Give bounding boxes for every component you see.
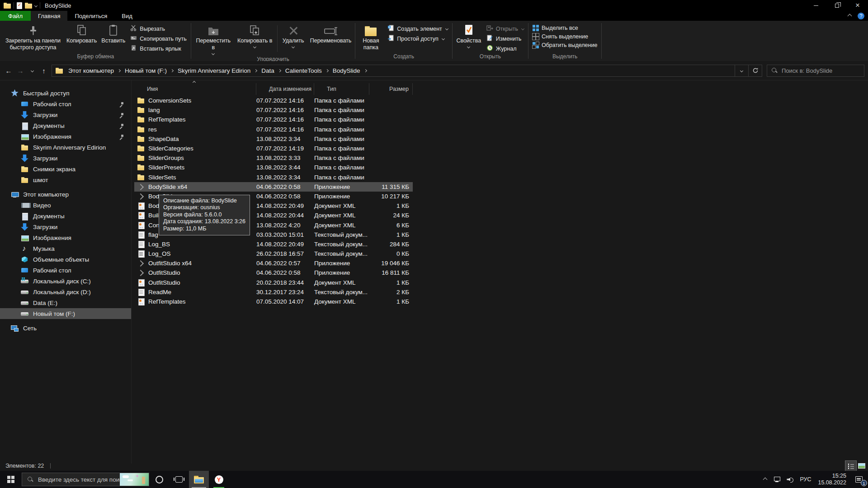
volume-tray-button[interactable] — [783, 471, 797, 488]
chevron-right-icon[interactable] — [254, 69, 257, 72]
file-row[interactable]: RefTemplates 07.07.2022 14:16 Папка с фа… — [134, 115, 413, 124]
new-folder-qat-icon[interactable] — [25, 3, 32, 9]
rename-button[interactable]: Переименовать — [308, 22, 354, 56]
sidebar-item[interactable]: Документы — [0, 120, 131, 131]
file-row[interactable]: lang 07.07.2022 14:16 Папка с файлами — [134, 105, 413, 115]
chevron-right-icon[interactable] — [364, 69, 367, 72]
search-input[interactable]: Поиск в: BodySlide — [767, 65, 864, 77]
cortana-button[interactable] — [149, 471, 169, 488]
yandex-browser-taskbar-button[interactable] — [209, 471, 229, 488]
breadcrumb-segment[interactable]: CalienteTools — [283, 67, 330, 74]
invert-selection-button[interactable]: Обратить выделение — [530, 42, 600, 49]
restore-button[interactable] — [826, 0, 847, 11]
sidebar-item[interactable]: Изображения — [0, 232, 131, 243]
breadcrumb-segment[interactable]: Skyrim Anniversary Edirion — [176, 67, 259, 74]
sidebar-item[interactable]: Документы — [0, 211, 131, 221]
sidebar-item[interactable]: Видео — [0, 200, 131, 211]
file-explorer-taskbar-button[interactable] — [189, 471, 209, 488]
file-row[interactable]: Log_OS 26.02.2018 16:57 Текстовый докум.… — [134, 249, 413, 258]
file-row[interactable]: ShapeData 13.08.2022 3:34 Папка с файлам… — [134, 134, 413, 144]
customize-qat-icon[interactable] — [34, 4, 38, 7]
recent-locations-icon[interactable] — [26, 65, 38, 76]
history-button[interactable]: Журнал — [484, 44, 527, 53]
easy-access-button[interactable]: Простой доступ — [385, 34, 451, 43]
close-button[interactable]: × — [847, 0, 868, 11]
select-none-button[interactable]: Снять выделение — [530, 33, 600, 40]
cut-button[interactable]: Вырезать — [127, 24, 189, 33]
sidebar-section-computer[interactable]: Этот компьютер — [0, 189, 131, 200]
sidebar-item[interactable]: Новый том (F:) — [0, 308, 131, 319]
file-row[interactable]: OutfitStudio x64 04.06.2022 0:57 Приложе… — [134, 258, 413, 268]
edit-button[interactable]: Изменить — [484, 34, 527, 43]
file-row[interactable]: SliderPresets 13.08.2022 3:44 Папка с фа… — [134, 163, 413, 172]
paste-shortcut-button[interactable]: Вставить ярлык — [127, 44, 189, 53]
thumbnails-view-button[interactable] — [856, 461, 867, 471]
sidebar-item[interactable]: Загрузки — [0, 153, 131, 164]
new-item-button[interactable]: Создать элемент — [385, 24, 451, 33]
new-folder-button[interactable]: Новая папка — [357, 22, 385, 53]
minimize-button[interactable] — [806, 0, 826, 11]
file-row[interactable]: BodySlide x64 04.06.2022 0:58 Приложение… — [134, 182, 413, 192]
tab-share[interactable]: Поделиться — [67, 11, 114, 21]
file-row[interactable]: ReadMe 30.12.2017 23:24 Текстовый докум.… — [134, 287, 413, 297]
copy-button[interactable]: Копировать — [64, 22, 99, 53]
file-row[interactable]: OutfitStudio 04.06.2022 0:58 Приложение … — [134, 268, 413, 277]
column-header-type[interactable]: Тип — [314, 83, 369, 95]
help-icon[interactable] — [858, 13, 864, 19]
sidebar-item[interactable]: Локальный диск (C:) — [0, 276, 131, 286]
tab-view[interactable]: Вид — [114, 11, 140, 21]
column-header-size[interactable]: Размер — [369, 83, 413, 95]
properties-qat-icon[interactable] — [17, 2, 22, 9]
sidebar-item[interactable]: Рабочий стол — [0, 265, 131, 276]
file-row[interactable]: res 07.07.2022 14:16 Папка с файлами — [134, 125, 413, 134]
start-button[interactable] — [0, 471, 22, 488]
sidebar-item[interactable]: Музыка — [0, 243, 131, 254]
tab-file[interactable]: Файл — [0, 11, 31, 21]
open-button[interactable]: Открыть — [484, 24, 527, 33]
file-row[interactable]: Log_BS 14.08.2022 20:49 Текстовый докум.… — [134, 239, 413, 249]
refresh-icon[interactable] — [748, 65, 762, 76]
paste-button[interactable]: Вставить — [99, 22, 127, 53]
file-row[interactable]: SliderCategories 07.07.2022 14:19 Папка … — [134, 144, 413, 153]
file-row[interactable]: SliderSets 13.08.2022 3:34 Папка с файла… — [134, 173, 413, 182]
sidebar-item[interactable]: Объемные объекты — [0, 254, 131, 265]
search-highlight-illustration[interactable] — [120, 473, 149, 486]
select-all-button[interactable]: Выделить все — [530, 24, 600, 32]
sidebar-item[interactable]: Skyrim Anniversary Edirion — [0, 142, 131, 153]
sidebar-section-network[interactable]: Сеть — [0, 323, 131, 333]
collapse-ribbon-icon[interactable] — [848, 14, 852, 18]
hidden-icons-button[interactable] — [760, 471, 770, 488]
address-dropdown-icon[interactable] — [735, 65, 748, 76]
forward-button[interactable]: → — [14, 65, 26, 76]
taskbar-search-input[interactable]: Введите здесь текст для поиска — [22, 473, 149, 486]
tab-home[interactable]: Главная — [31, 11, 67, 21]
pin-to-quick-access-button[interactable]: Закрепить на панели быстрого доступа — [2, 22, 64, 53]
sidebar-item[interactable]: Изображения — [0, 131, 131, 142]
column-header-name[interactable]: Имя — [134, 83, 256, 95]
breadcrumb-segment[interactable]: BodySlide — [331, 67, 368, 74]
copy-path-button[interactable]: Скопировать путь — [127, 34, 189, 43]
sidebar-item[interactable]: Загрузки — [0, 109, 131, 120]
chevron-right-icon[interactable] — [170, 69, 174, 72]
sidebar-item[interactable]: шмот — [0, 174, 131, 185]
breadcrumb[interactable]: Этот компьютерНовый том (F:)Skyrim Anniv… — [52, 65, 762, 77]
task-view-button[interactable] — [169, 471, 189, 488]
breadcrumb-segment[interactable]: Этот компьютер — [66, 67, 122, 74]
delete-button[interactable]: Удалить — [279, 22, 308, 56]
chevron-right-icon[interactable] — [118, 69, 121, 72]
sidebar-item[interactable]: Снимки экрана — [0, 164, 131, 174]
file-row[interactable]: SliderGroups 13.08.2022 3:33 Папка с фай… — [134, 153, 413, 163]
sidebar-item[interactable]: Data (E:) — [0, 297, 131, 308]
file-row[interactable]: ConversionSets 07.07.2022 14:16 Папка с … — [134, 96, 413, 105]
file-row[interactable]: OutfitStudio 20.02.2018 23:44 Документ X… — [134, 278, 413, 287]
details-view-button[interactable] — [845, 461, 856, 471]
action-center-button[interactable]: 1 — [850, 471, 868, 488]
copy-to-button[interactable]: Копировать в — [234, 22, 276, 56]
properties-button[interactable]: Свойства — [454, 22, 484, 53]
sidebar-item[interactable]: Рабочий стол — [0, 99, 131, 109]
column-header-date[interactable]: Дата изменения — [256, 83, 314, 95]
clock[interactable]: 15:25 15.08.2022 — [814, 471, 850, 488]
sidebar-item[interactable]: Загрузки — [0, 221, 131, 232]
breadcrumb-segment[interactable]: Data — [259, 67, 283, 74]
network-tray-button[interactable] — [770, 471, 783, 488]
